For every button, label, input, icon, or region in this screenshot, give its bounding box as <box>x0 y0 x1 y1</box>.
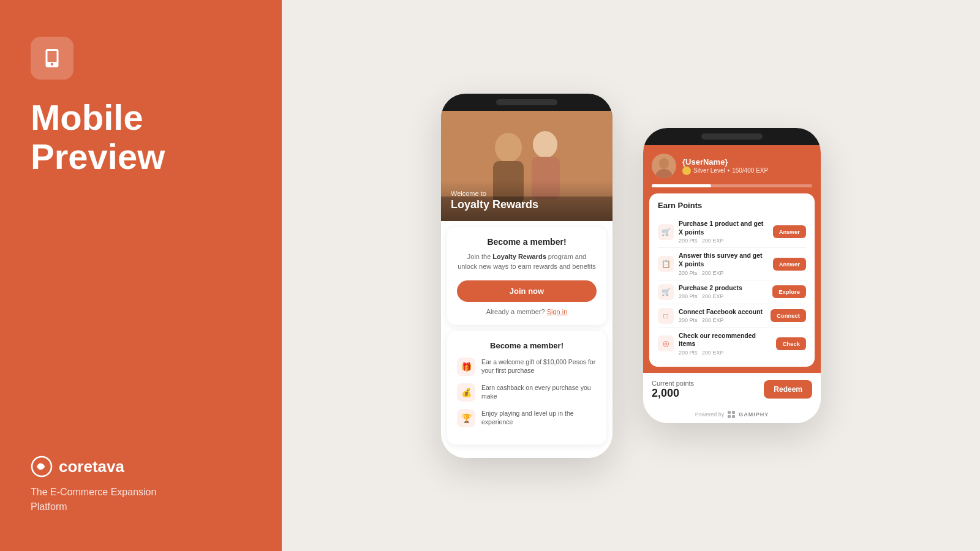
earn-item-meta-3: 200 Pts 200 EXP <box>679 293 767 299</box>
phone1-mockup: Welcome to Loyalty Rewards Become a memb… <box>441 94 612 458</box>
redeem-button[interactable]: Redeem <box>764 380 812 399</box>
benefit-item-3: 🏆 Enjoy playing and level up in the expe… <box>457 409 597 427</box>
phone2-notch <box>643 128 821 145</box>
sign-in-link[interactable]: Sign in <box>547 308 568 315</box>
left-panel: Mobile Preview coretava The E-Commerce E… <box>0 0 282 551</box>
earn-item-title-3: Purchase 2 products <box>679 284 767 293</box>
user-info: {UserName} Silver Level • 150/400 EXP <box>682 157 812 175</box>
powered-by-label: Powered by <box>695 411 725 418</box>
earn-item-info-3: Purchase 2 products 200 Pts 200 EXP <box>679 284 767 300</box>
progress-bar-fill <box>652 184 711 187</box>
benefit-text-1: Ear a welcome gift of $10,000 Pesos for … <box>481 358 597 375</box>
phone1-notch <box>441 94 612 111</box>
phone2-body: Earn Points 🛒 Purchase 1 product and get… <box>643 193 821 373</box>
user-row: {UserName} Silver Level • 150/400 EXP <box>652 154 812 178</box>
answer-btn-1[interactable]: Answer <box>773 225 806 238</box>
user-level: Silver Level • 150/400 EXP <box>682 167 812 175</box>
level-badge-icon <box>682 167 691 175</box>
card1-title: Become a member! <box>457 237 597 247</box>
benefit-text-2: Earn cashback on every purchase you make <box>481 383 597 401</box>
phone2-header: {UserName} Silver Level • 150/400 EXP <box>643 145 821 193</box>
right-area: Welcome to Loyalty Rewards Become a memb… <box>282 0 980 551</box>
svg-point-4 <box>533 131 557 158</box>
card2-title: Become a member! <box>457 341 597 350</box>
svg-rect-11 <box>732 411 735 414</box>
benefit-item-2: 💰 Earn cashback on every purchase you ma… <box>457 383 597 402</box>
earn-item-title-1: Purchase 1 product and get X points <box>679 220 768 236</box>
left-bottom: coretava The E-Commerce Expansion Platfo… <box>31 455 251 514</box>
trophy-icon: 🏆 <box>457 409 475 427</box>
join-now-button[interactable]: Join now <box>457 280 597 302</box>
earn-item-info-2: Answer this survey and get X points 200 … <box>679 252 768 276</box>
earn-item-info-4: Connect Facebook account 200 Pts 200 EXP <box>679 308 766 324</box>
phone1-notch-pill <box>496 99 557 105</box>
gamiphy-label: GAMIPHY <box>739 411 769 418</box>
phone1-hero: Welcome to Loyalty Rewards <box>441 111 612 221</box>
earn-item-1: 🛒 Purchase 1 product and get X points 20… <box>658 216 806 248</box>
phone2-footer: Current points 2,000 Redeem <box>643 373 821 406</box>
svg-point-8 <box>659 158 669 169</box>
hero-welcome: Welcome to <box>451 190 603 197</box>
phone2-notch-pill <box>701 133 763 140</box>
current-points-section: Current points 2,000 <box>652 380 694 400</box>
phone1-hero-overlay: Welcome to Loyalty Rewards <box>441 180 612 221</box>
powered-by: Powered by GAMIPHY <box>643 406 821 423</box>
purchase-icon-1: 🛒 <box>658 224 674 240</box>
answer-btn-2[interactable]: Answer <box>773 258 806 271</box>
earn-item-title-4: Connect Facebook account <box>679 308 766 317</box>
earn-item-2: 📋 Answer this survey and get X points 20… <box>658 248 806 280</box>
connect-btn[interactable]: Connect <box>771 309 806 322</box>
phone-icon <box>31 37 74 80</box>
explore-btn[interactable]: Explore <box>772 285 806 298</box>
progress-bar <box>652 184 812 187</box>
earn-item-title-2: Answer this survey and get X points <box>679 252 768 268</box>
svg-rect-13 <box>732 415 735 418</box>
earn-item-meta-1: 200 Pts 200 EXP <box>679 238 768 244</box>
already-member-text: Already a member? Sign in <box>457 308 597 315</box>
left-tagline: The E-Commerce Expansion Platform <box>31 485 251 514</box>
earn-item-3: 🛒 Purchase 2 products 200 Pts 200 EXP Ex… <box>658 280 806 304</box>
earn-item-5: ◎ Check our recommended items 200 Pts 20… <box>658 328 806 359</box>
phone1-join-card: Become a member! Join the Loyalty Reward… <box>447 227 606 325</box>
earn-item-meta-2: 200 Pts 200 EXP <box>679 270 768 276</box>
avatar <box>652 154 676 178</box>
facebook-icon: □ <box>658 308 674 324</box>
purchase-icon-2: 🛒 <box>658 284 674 300</box>
benefit-text-3: Enjoy playing and level up in the experi… <box>481 409 597 427</box>
earn-item-info-5: Check our recommended items 200 Pts 200 … <box>679 332 771 356</box>
earn-item-title-5: Check our recommended items <box>679 332 771 348</box>
left-title: Mobile Preview <box>31 98 251 176</box>
phone2-mockup: {UserName} Silver Level • 150/400 EXP Ea… <box>643 128 821 423</box>
earn-item-info-1: Purchase 1 product and get X points 200 … <box>679 220 768 244</box>
check-items-icon: ◎ <box>658 335 674 351</box>
card1-desc: Join the Loyalty Rewards program and unl… <box>457 252 597 272</box>
benefit-item-1: 🎁 Ear a welcome gift of $10,000 Pesos fo… <box>457 358 597 376</box>
username: {UserName} <box>682 157 812 167</box>
coretava-name: coretava <box>59 457 124 476</box>
svg-rect-10 <box>728 411 731 414</box>
current-points-label: Current points <box>652 380 694 387</box>
svg-rect-12 <box>728 415 731 418</box>
check-btn[interactable]: Check <box>776 337 806 350</box>
svg-point-2 <box>495 133 522 162</box>
earn-item-meta-5: 200 Pts 200 EXP <box>679 350 771 356</box>
hero-title: Loyalty Rewards <box>451 198 603 211</box>
phone1-benefits-card: Become a member! 🎁 Ear a welcome gift of… <box>447 331 606 444</box>
gift-icon: 🎁 <box>457 358 475 376</box>
current-points-value: 2,000 <box>652 387 694 400</box>
cashback-icon: 💰 <box>457 383 475 402</box>
earn-item-meta-4: 200 Pts 200 EXP <box>679 317 766 323</box>
earn-card: Earn Points 🛒 Purchase 1 product and get… <box>649 193 815 367</box>
survey-icon: 📋 <box>658 256 674 272</box>
earn-item-4: □ Connect Facebook account 200 Pts 200 E… <box>658 304 806 328</box>
coretava-logo: coretava <box>31 455 251 478</box>
earn-title: Earn Points <box>658 201 806 210</box>
